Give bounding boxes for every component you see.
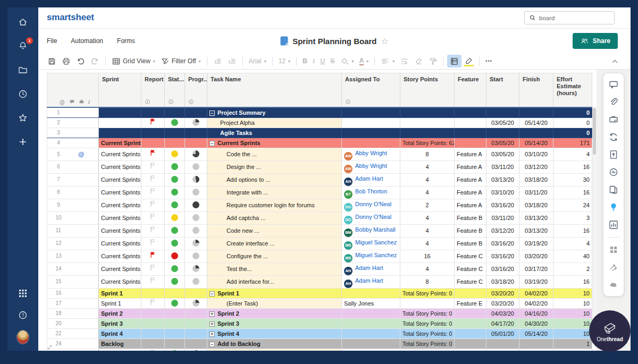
cell-report-flag[interactable]: [141, 128, 165, 138]
format-painter-button[interactable]: [426, 55, 440, 67]
cell-task[interactable]: Design the ...: [207, 160, 342, 173]
cell-progress[interactable]: [185, 298, 207, 308]
row-number[interactable]: 14: [47, 263, 99, 275]
row-number[interactable]: 16: [47, 288, 99, 298]
cell-finish[interactable]: 04/16/20: [519, 308, 553, 318]
cell-finish[interactable]: 03/19/20: [519, 275, 553, 288]
column-header-finish[interactable]: Finish: [519, 73, 553, 107]
sidebar-user-avatar[interactable]: [16, 331, 29, 343]
onethread-badge[interactable]: Onethread: [589, 310, 631, 352]
cell-assigned[interactable]: BMBobby Marshall: [342, 224, 400, 237]
info-letter-icon[interactable]: i: [88, 99, 94, 105]
cell-status[interactable]: [165, 186, 185, 199]
cell-sprint[interactable]: Sprint 1: [99, 288, 141, 298]
panel-comments[interactable]: [608, 79, 619, 90]
print-button[interactable]: [59, 55, 73, 67]
row-toggle[interactable]: −: [209, 291, 215, 297]
menu-automation[interactable]: Automation: [71, 37, 103, 45]
cell-report-flag[interactable]: [141, 250, 165, 263]
row-toggle[interactable]: +: [209, 321, 215, 327]
cell-report-flag[interactable]: [141, 107, 165, 118]
cell-assigned[interactable]: Shari Wise: [342, 349, 400, 351]
cell-effort[interactable]: 16: [553, 224, 592, 237]
highlight-changes-button[interactable]: [461, 55, 476, 67]
collapse-toolbar-button[interactable]: [608, 55, 622, 67]
cell-assigned[interactable]: AHAdam Hart: [342, 173, 400, 186]
cell-assigned[interactable]: Sally Jones: [342, 298, 400, 308]
card-view-toggle[interactable]: [447, 55, 461, 67]
cell-start[interactable]: 03/13/20: [486, 173, 519, 186]
cell-feature[interactable]: Feature A: [455, 199, 486, 211]
cell-assigned[interactable]: [342, 318, 400, 328]
save-button[interactable]: [45, 55, 59, 67]
cell-feature[interactable]: [455, 117, 486, 128]
cell-effort[interactable]: 2: [553, 263, 592, 275]
cell-task[interactable]: +Sprint 2: [207, 308, 342, 318]
cell-status[interactable]: [165, 199, 185, 211]
cell-feature[interactable]: Feature C: [455, 263, 486, 275]
cell-report-flag[interactable]: [141, 148, 165, 160]
cell-progress[interactable]: [185, 250, 207, 263]
cell-assigned[interactable]: [342, 128, 400, 138]
cell-feature[interactable]: Feature A: [455, 186, 486, 199]
cell-story-points[interactable]: 4: [400, 160, 455, 173]
cell-report-flag[interactable]: [141, 117, 165, 128]
cell-feature[interactable]: Feature C: [455, 275, 486, 288]
cell-feature[interactable]: [455, 128, 486, 138]
cell-sprint[interactable]: Current Sprints: [99, 250, 141, 263]
cell-story-points[interactable]: [400, 117, 455, 128]
cell-start[interactable]: [486, 128, 519, 138]
cell-status[interactable]: [165, 275, 185, 288]
cell-finish[interactable]: [519, 107, 553, 118]
sidebar-folder[interactable]: [16, 64, 29, 77]
cell-task[interactable]: (Enter Task): [207, 349, 342, 351]
row-number[interactable]: 13: [47, 250, 99, 263]
column-header-assigned[interactable]: Assigned To: [342, 73, 400, 107]
column-header-story[interactable]: Story Points: [400, 73, 455, 107]
cell-status[interactable]: [165, 328, 185, 338]
cell-status[interactable]: [165, 173, 185, 186]
row-number[interactable]: 18: [47, 308, 99, 318]
cell-sprint[interactable]: Current Sprints: [99, 263, 141, 275]
assignee-name[interactable]: Donny O'Neal: [355, 214, 391, 220]
cell-sprint[interactable]: Current Sprints: [99, 224, 141, 237]
comment-bubble-icon[interactable]: [69, 99, 75, 105]
info-icon[interactable]: [145, 99, 150, 105]
cell-effort[interactable]: 16: [553, 275, 592, 288]
column-header-effort[interactable]: Effort Estimate (hours): [553, 73, 592, 107]
cell-sprint[interactable]: Current Sprints: [99, 173, 141, 186]
cell-sprint[interactable]: Backlog: [99, 349, 141, 351]
cell-effort[interactable]: 10: [553, 328, 592, 338]
cell-report-flag[interactable]: [141, 298, 165, 308]
cell-effort[interactable]: 0: [553, 128, 592, 138]
panel-activity-log[interactable]: [608, 167, 619, 177]
row-number[interactable]: 5@: [47, 148, 99, 160]
cell-progress[interactable]: [185, 288, 207, 298]
cell-story-points[interactable]: 8: [400, 275, 455, 288]
cell-status[interactable]: [165, 318, 185, 328]
cell-report-flag[interactable]: [141, 349, 165, 351]
search-input[interactable]: board: [539, 15, 555, 21]
undo-button[interactable]: [73, 55, 88, 67]
cell-effort[interactable]: 3: [553, 211, 592, 224]
panel-proofs[interactable]: [608, 114, 619, 125]
cell-start[interactable]: 03/05/20: [486, 138, 519, 148]
cell-story-points[interactable]: [400, 107, 455, 118]
cell-sprint[interactable]: Current Sprints: [99, 199, 141, 211]
cell-start[interactable]: 03/16/20: [486, 237, 519, 250]
cell-story-points[interactable]: [400, 128, 455, 138]
cell-story-points[interactable]: 8: [400, 148, 455, 160]
cell-task[interactable]: −Sprint 1: [207, 288, 342, 298]
cell-progress[interactable]: [185, 160, 207, 173]
align-button[interactable]: ▾: [378, 55, 397, 67]
cell-assigned[interactable]: MSMiguel Sanchez: [342, 237, 400, 250]
cell-status[interactable]: [165, 237, 185, 250]
cell-assigned[interactable]: MSMiguel Sanchez: [342, 250, 400, 263]
cell-finish[interactable]: 03/13/20: [519, 211, 553, 224]
cell-progress[interactable]: [185, 186, 207, 199]
cell-start[interactable]: 03/10/20: [486, 186, 519, 199]
cell-story-points[interactable]: 4: [400, 263, 455, 275]
cell-start[interactable]: 03/05/20: [486, 148, 519, 160]
cell-feature[interactable]: Feature A: [455, 160, 486, 173]
row-number[interactable]: 12: [47, 237, 99, 250]
